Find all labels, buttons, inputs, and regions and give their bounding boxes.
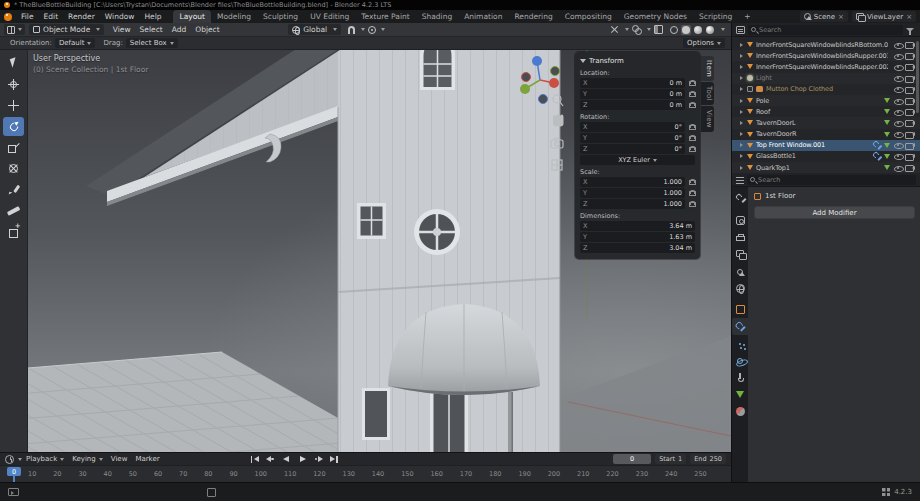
timeline-menu-item[interactable]: Marker [131,455,163,463]
menu-item[interactable]: Help [139,12,166,21]
frame-end-field[interactable]: End 250 [690,454,726,464]
properties-tab[interactable] [732,191,748,208]
disable-in-renders-icon[interactable] [905,141,915,150]
tool-button[interactable] [3,54,24,73]
expand-arrow-icon[interactable] [740,143,747,147]
expand-arrow-icon[interactable] [740,110,747,114]
outliner-item[interactable]: TavernDoorL [732,117,920,128]
hide-in-viewport-icon[interactable] [893,85,902,94]
outliner-editor-icon[interactable] [736,26,745,34]
show-gizmo-icon[interactable] [608,23,621,36]
workspace-tab[interactable]: Shading [416,10,458,23]
outliner-item[interactable]: Mutton Chop Clothed [732,84,920,95]
lock-icon[interactable] [688,135,695,141]
timeline-menu-item[interactable]: Playback [22,455,68,463]
properties-tab[interactable] [732,335,748,352]
orientation-dropdown[interactable]: Default [55,38,96,48]
hide-in-viewport-icon[interactable] [893,107,902,116]
expand-arrow-icon[interactable] [740,121,747,125]
snapping-toggle[interactable] [345,24,358,36]
properties-search[interactable] [747,175,916,185]
hide-in-viewport-icon[interactable] [893,62,902,71]
disable-in-renders-icon[interactable] [905,130,915,139]
workspace-tab[interactable]: UV Editing [304,10,355,23]
hide-in-viewport-icon[interactable] [893,152,902,161]
expand-arrow-icon[interactable] [740,76,747,80]
dimensions-field[interactable]: Z 3.04 m [580,243,695,253]
lock-icon[interactable] [688,124,695,130]
outliner-item[interactable]: Light [732,73,920,84]
disable-in-renders-icon[interactable] [905,51,915,60]
tool-button[interactable] [3,159,24,178]
workspace-tab[interactable]: Scripting [693,10,738,23]
workspace-tab[interactable]: Sculpting [257,10,304,23]
outliner-search-input[interactable] [759,26,900,34]
dimensions-field[interactable]: X 3.64 m [580,221,695,231]
disable-in-renders-icon[interactable] [905,40,915,49]
tool-button[interactable] [3,75,24,94]
timeline-ruler[interactable]: 0102030405060708090100110120130140150160… [0,465,731,482]
properties-tab[interactable] [732,403,748,420]
tool-button[interactable] [3,201,24,220]
transport-button[interactable] [248,455,261,464]
scale-field[interactable]: X 1.000 [580,177,685,187]
properties-tab[interactable] [732,369,748,386]
viewport-move-icon[interactable] [553,114,564,127]
workspace-tab[interactable]: Geometry Nodes [618,10,693,23]
sidebar-tab[interactable]: View [701,106,714,132]
shading-dropdown[interactable] [721,28,725,31]
sidebar-tab[interactable]: Item [701,56,714,81]
tool-button[interactable] [3,138,24,157]
outliner-item[interactable]: InnerFrontSquareWindowblindsRBottom.001 [732,39,920,50]
gizmo-dropdown[interactable] [625,28,629,31]
material-shading-button[interactable] [693,25,703,35]
outliner-item[interactable]: InnerFrontSquareWindowblindsRupper.001 [732,50,920,61]
show-overlays-icon[interactable] [632,25,641,34]
xray-toggle-icon[interactable] [654,25,663,34]
menu-item[interactable]: Render [63,12,100,21]
lock-icon[interactable] [688,146,695,152]
hide-in-viewport-icon[interactable] [893,96,902,105]
disable-in-renders-icon[interactable] [905,163,915,172]
sidebar-tab[interactable]: Tool [701,82,714,105]
location-field[interactable]: Z 0 m [580,100,685,110]
transport-button[interactable] [328,455,341,464]
outliner-item[interactable]: GlassBottle1 [732,151,920,162]
expand-arrow-icon[interactable] [740,154,747,158]
scale-field[interactable]: Y 1.000 [580,188,685,198]
transport-button[interactable] [280,455,293,464]
outliner-item[interactable]: Pole [732,95,920,106]
viewport-3d[interactable]: User Perspective (0) Scene Collection | … [28,50,731,452]
timeline-editor-icon[interactable] [5,455,14,464]
scale-field[interactable]: Z 1.000 [580,199,685,209]
filter-icon[interactable] [906,28,914,32]
rotation-field[interactable]: X 0° [580,122,685,132]
rotation-field[interactable]: Z 0° [580,144,685,154]
transport-button[interactable] [296,455,309,464]
viewport-menu-item[interactable]: Add [167,25,191,34]
menu-item[interactable]: Edit [39,12,64,21]
workspace-tab[interactable]: Texture Paint [355,10,415,23]
properties-tab[interactable] [732,318,748,335]
hide-in-viewport-icon[interactable] [893,141,902,150]
properties-tab[interactable] [732,301,748,318]
workspace-tab[interactable]: Rendering [508,10,558,23]
properties-tab[interactable] [732,280,748,297]
expand-arrow-icon[interactable] [740,99,747,103]
workspace-tab[interactable]: Modeling [211,10,257,23]
viewport-menu-item[interactable]: Object [191,25,224,34]
outliner-item[interactable]: InnerFrontSquareWindowblindsRupper.002 [732,61,920,72]
properties-tab[interactable] [732,212,748,229]
view-layer-selector[interactable]: ViewLayer × [852,11,916,22]
transform-panel-header[interactable]: Transform [580,55,695,66]
mode-dropdown[interactable]: Object Mode [29,24,104,35]
hide-in-viewport-icon[interactable] [893,40,902,49]
workspace-tab[interactable]: Animation [458,10,508,23]
properties-tab[interactable] [732,352,748,369]
lock-icon[interactable] [688,102,695,108]
transport-button[interactable] [264,455,277,464]
tool-button[interactable] [3,96,24,115]
outliner-item[interactable]: QuarkTop1 [732,162,920,173]
solid-shading-button[interactable] [681,25,691,35]
properties-search-input[interactable] [758,176,913,184]
